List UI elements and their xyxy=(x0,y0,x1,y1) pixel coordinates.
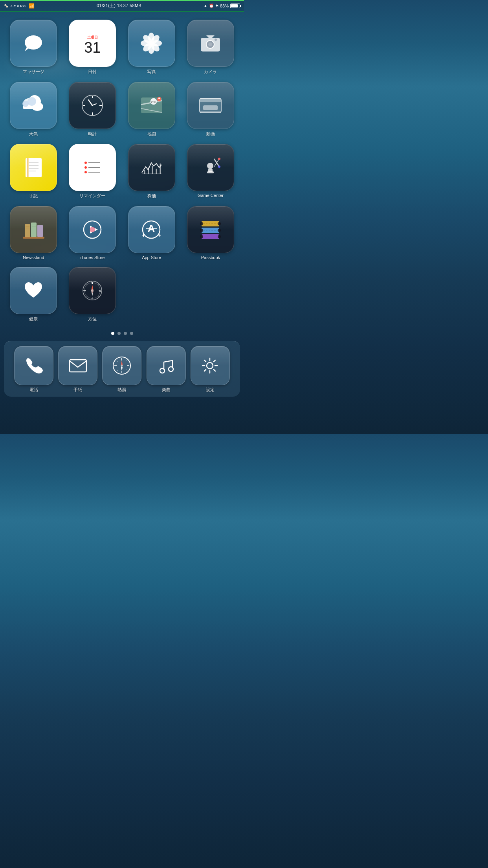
bluetooth-icon: ✱ xyxy=(215,4,218,8)
page-dot-4[interactable] xyxy=(130,332,133,335)
dock-safari[interactable]: 熱湯 xyxy=(102,346,141,393)
calendar-day-label: 土曜日 xyxy=(87,35,98,40)
dock-label-safari: 熱湯 xyxy=(117,387,126,393)
app-weather[interactable]: 天気 xyxy=(6,82,61,137)
alarm-icon: ⏰ xyxy=(209,4,214,8)
app-label-health: 健康 xyxy=(29,316,38,322)
app-label-newsstand: Newsstand xyxy=(23,255,44,260)
svg-line-133 xyxy=(204,360,206,362)
svg-marker-1 xyxy=(25,47,31,51)
app-label-camera: カメラ xyxy=(204,69,217,75)
evolution-icon: 🦴 xyxy=(4,4,8,8)
svg-point-88 xyxy=(200,229,203,232)
wifi-icon: 📶 xyxy=(29,3,35,9)
app-passbook[interactable]: Passbook xyxy=(183,206,238,260)
app-label-photos: 写真 xyxy=(147,69,156,75)
app-camera[interactable]: カメラ xyxy=(183,20,238,75)
app-grid: マッサージ 土曜日 31 日付 xyxy=(0,12,244,326)
status-bar: 🦴 LEXUS 📶 01/31(土) 18:37 58MB ▲ ⏰ ✱ 83% xyxy=(0,0,244,12)
app-maps[interactable]: 280 地図 xyxy=(124,82,179,137)
svg-point-51 xyxy=(84,171,87,173)
app-calendar[interactable]: 土曜日 31 日付 xyxy=(65,20,120,75)
svg-point-85 xyxy=(200,222,203,225)
app-health[interactable]: 健康 xyxy=(6,267,61,322)
dock-label-mail: 手紙 xyxy=(73,387,82,393)
app-label-calendar: 日付 xyxy=(88,69,97,75)
svg-point-47 xyxy=(84,162,87,164)
dock-label-phone: 電話 xyxy=(29,387,38,393)
svg-line-136 xyxy=(214,360,215,362)
svg-rect-60 xyxy=(208,169,213,172)
svg-point-21 xyxy=(28,97,36,106)
app-label-compass: 方位 xyxy=(88,316,97,322)
app-compass[interactable]: N S W E 方位 xyxy=(65,267,120,322)
svg-line-120 xyxy=(126,360,127,362)
page-dots xyxy=(0,326,244,341)
dock-phone[interactable]: 電話 xyxy=(14,346,53,393)
dock-label-music: 楽曲 xyxy=(162,387,171,393)
app-messages[interactable]: マッサージ xyxy=(6,20,61,75)
svg-line-135 xyxy=(204,370,206,371)
app-label-weather: 天気 xyxy=(29,131,38,137)
calendar-date: 31 xyxy=(84,40,101,55)
svg-point-128 xyxy=(207,362,213,369)
status-center: 01/31(土) 18:37 58MB xyxy=(97,3,141,9)
green-bar xyxy=(0,0,244,1)
app-label-appstore: App Store xyxy=(142,255,161,260)
svg-point-49 xyxy=(84,166,87,169)
app-reminders[interactable]: リマインダー xyxy=(65,144,120,199)
status-right: ▲ ⏰ ✱ 83% xyxy=(204,4,240,8)
svg-point-76 xyxy=(90,227,95,232)
svg-line-119 xyxy=(117,360,118,362)
svg-point-92 xyxy=(218,235,221,238)
svg-point-125 xyxy=(121,364,123,366)
svg-point-126 xyxy=(160,368,165,373)
app-label-maps: 地図 xyxy=(147,131,156,137)
svg-marker-12 xyxy=(206,35,215,38)
page-dot-3[interactable] xyxy=(124,332,127,335)
svg-rect-40 xyxy=(200,111,221,113)
svg-point-65 xyxy=(218,166,220,168)
page-dot-2[interactable] xyxy=(117,332,121,335)
svg-point-36 xyxy=(158,97,160,99)
app-notes[interactable]: 手記 xyxy=(6,144,61,199)
svg-rect-90 xyxy=(202,234,219,239)
svg-point-64 xyxy=(218,158,220,160)
app-appstore[interactable]: A App Store xyxy=(124,206,179,260)
app-newsstand[interactable]: Newsstand xyxy=(6,206,61,260)
app-label-reminders: リマインダー xyxy=(79,193,105,199)
svg-point-111 xyxy=(91,289,94,292)
app-label-clock: 時計 xyxy=(88,131,97,137)
app-clock[interactable]: 時計 xyxy=(65,82,120,137)
page-dot-1[interactable] xyxy=(111,332,114,335)
app-itunes[interactable]: iTunes Store xyxy=(65,206,120,260)
svg-rect-38 xyxy=(200,98,221,102)
svg-marker-123 xyxy=(121,360,123,366)
svg-line-121 xyxy=(117,370,118,371)
svg-text:280: 280 xyxy=(151,100,156,104)
svg-point-14 xyxy=(208,42,212,46)
svg-line-122 xyxy=(126,370,127,371)
dock-settings[interactable]: 設定 xyxy=(191,346,230,393)
battery-percent: 83% xyxy=(220,4,229,8)
app-label-notes: 手記 xyxy=(29,193,38,199)
svg-point-86 xyxy=(218,222,221,225)
app-photos[interactable]: 写真 xyxy=(124,20,179,75)
dock-music[interactable]: 楽曲 xyxy=(147,346,186,393)
app-videos[interactable]: 動画 xyxy=(183,82,238,137)
svg-point-10 xyxy=(149,41,154,46)
app-label-itunes: iTunes Store xyxy=(80,255,105,260)
app-stocks[interactable]: 株価 xyxy=(124,144,179,199)
svg-point-127 xyxy=(169,367,173,371)
dock: 電話 手紙 xyxy=(4,341,240,397)
svg-point-89 xyxy=(218,229,221,232)
battery-fill xyxy=(231,4,238,7)
svg-rect-67 xyxy=(25,224,30,237)
app-label-stocks: 株価 xyxy=(147,193,156,199)
app-label-passbook: Passbook xyxy=(201,255,220,260)
svg-point-29 xyxy=(92,105,93,106)
dock-mail[interactable]: 手紙 xyxy=(58,346,97,393)
app-gamecenter[interactable]: Game Center xyxy=(183,144,238,199)
svg-point-91 xyxy=(200,235,203,238)
dock-label-settings: 設定 xyxy=(206,387,215,393)
